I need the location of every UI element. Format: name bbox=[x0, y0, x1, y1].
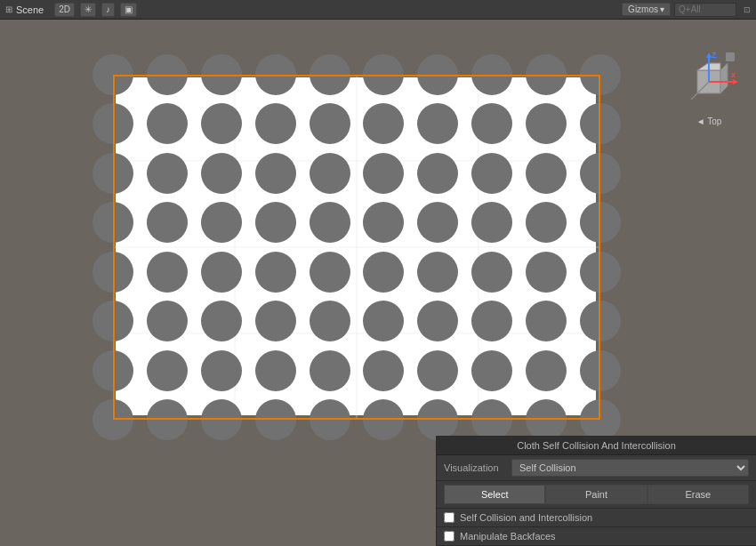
dot bbox=[201, 54, 242, 95]
dot bbox=[471, 301, 512, 341]
dot bbox=[201, 350, 242, 391]
maximize-button[interactable]: ⊡ bbox=[744, 5, 751, 14]
dot bbox=[580, 153, 621, 194]
dot bbox=[471, 399, 512, 440]
dot bbox=[363, 252, 404, 293]
dots-container bbox=[113, 75, 600, 420]
dot bbox=[363, 202, 404, 243]
dot bbox=[310, 350, 350, 391]
erase-button[interactable]: Erase bbox=[647, 485, 749, 504]
dot bbox=[147, 153, 188, 194]
search-input[interactable] bbox=[674, 3, 736, 17]
paint-button[interactable]: Paint bbox=[545, 485, 647, 504]
dot bbox=[471, 153, 512, 194]
dot bbox=[201, 153, 242, 194]
dot bbox=[147, 54, 188, 95]
dot bbox=[580, 350, 621, 391]
dot bbox=[363, 350, 404, 391]
checkbox-row-1: Self Collision and Intercollision bbox=[437, 509, 756, 527]
dot bbox=[417, 202, 458, 243]
dot bbox=[363, 301, 404, 341]
dot bbox=[417, 54, 458, 95]
panel-viz-label: Visualization bbox=[444, 462, 506, 473]
dot bbox=[201, 252, 242, 293]
dot bbox=[417, 252, 458, 293]
dot bbox=[363, 153, 404, 194]
select-button[interactable]: Select bbox=[444, 485, 545, 504]
dot bbox=[147, 399, 188, 440]
sun-button[interactable]: ✳ bbox=[80, 3, 96, 17]
manipulate-backfaces-checkbox[interactable] bbox=[444, 531, 454, 542]
toolbar-icons: 2D ✳ ♪ ▣ bbox=[54, 3, 334, 17]
dot bbox=[92, 202, 133, 243]
dot bbox=[255, 252, 296, 293]
dot bbox=[417, 399, 458, 440]
title-bar: ⊞ Scene 2D ✳ ♪ ▣ Gizmos ▾ ⊡ bbox=[0, 0, 756, 20]
panel-viz-select[interactable]: Self Collision bbox=[511, 459, 749, 477]
scene-label: Scene bbox=[16, 4, 44, 15]
dot bbox=[471, 252, 512, 293]
dot bbox=[580, 252, 621, 293]
svg-rect-6 bbox=[726, 52, 735, 61]
scene-area: Z x ◄ Top Cloth Self Collision And Inter… bbox=[0, 20, 756, 546]
svg-text:x: x bbox=[731, 70, 736, 79]
dot bbox=[92, 399, 133, 440]
2d-button[interactable]: 2D bbox=[54, 3, 75, 17]
dot bbox=[147, 202, 188, 243]
dot bbox=[92, 153, 133, 194]
dot bbox=[201, 202, 242, 243]
dot bbox=[255, 399, 296, 440]
dot bbox=[310, 103, 350, 144]
dot bbox=[417, 153, 458, 194]
svg-marker-14 bbox=[733, 79, 738, 84]
dot bbox=[310, 301, 350, 341]
dot bbox=[255, 301, 296, 341]
panel-title: Cloth Self Collision And Intercollision bbox=[437, 437, 756, 455]
gizmo-svg: Z x bbox=[678, 51, 740, 113]
dot bbox=[471, 202, 512, 243]
svg-marker-9 bbox=[720, 63, 728, 93]
dot bbox=[526, 301, 567, 341]
manipulate-backfaces-label: Manipulate Backfaces bbox=[460, 531, 556, 542]
dot bbox=[580, 202, 621, 243]
panel-buttons-row: Select Paint Erase bbox=[437, 481, 756, 509]
dot bbox=[255, 103, 296, 144]
gizmo-label: ◄ Top bbox=[678, 116, 740, 126]
dot bbox=[580, 54, 621, 95]
dot bbox=[580, 399, 621, 440]
dot bbox=[255, 153, 296, 194]
display-button[interactable]: ▣ bbox=[120, 3, 137, 17]
dot bbox=[201, 301, 242, 341]
self-collision-checkbox[interactable] bbox=[444, 512, 454, 523]
dot bbox=[147, 103, 188, 144]
dot bbox=[310, 252, 350, 293]
dot bbox=[255, 202, 296, 243]
scene-icon: ⊞ bbox=[5, 4, 12, 14]
dot bbox=[580, 301, 621, 341]
dot bbox=[526, 153, 567, 194]
svg-text:Z: Z bbox=[712, 51, 717, 60]
dot bbox=[363, 54, 404, 95]
dot bbox=[92, 301, 133, 341]
dot bbox=[147, 301, 188, 341]
dot bbox=[92, 54, 133, 95]
audio-button[interactable]: ♪ bbox=[101, 3, 115, 17]
dot bbox=[417, 103, 458, 144]
dot bbox=[92, 252, 133, 293]
dot bbox=[471, 103, 512, 144]
dot bbox=[310, 399, 350, 440]
dot bbox=[310, 153, 350, 194]
dot bbox=[417, 301, 458, 341]
dot bbox=[92, 103, 133, 144]
dot bbox=[526, 103, 567, 144]
dot bbox=[201, 103, 242, 144]
self-collision-label: Self Collision and Intercollision bbox=[460, 512, 592, 523]
dot bbox=[417, 350, 458, 391]
dot bbox=[526, 252, 567, 293]
dot bbox=[201, 399, 242, 440]
dot bbox=[471, 54, 512, 95]
dot bbox=[255, 350, 296, 391]
dot bbox=[471, 350, 512, 391]
dot bbox=[526, 399, 567, 440]
gizmos-button[interactable]: Gizmos ▾ bbox=[622, 3, 671, 16]
